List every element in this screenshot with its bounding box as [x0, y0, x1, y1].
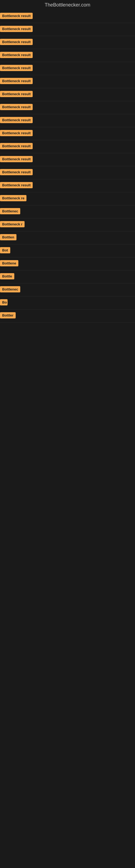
- result-row: Bottleneck result: [0, 75, 135, 88]
- result-row: Bottleneck result: [0, 140, 135, 153]
- bottleneck-badge[interactable]: Bottleneck result: [0, 91, 33, 97]
- result-row: Bottleneck result: [0, 36, 135, 49]
- result-row: Bottleneck result: [0, 10, 135, 23]
- result-row: Bottler: [0, 310, 135, 322]
- result-row: Bottleneck result: [0, 49, 135, 62]
- bottleneck-badge[interactable]: Bottleneck result: [0, 182, 33, 188]
- bottleneck-badge[interactable]: Bottleneck result: [0, 26, 33, 32]
- bottleneck-badge[interactable]: Bottleneck result: [0, 117, 33, 123]
- result-row: Bottleneck result: [0, 101, 135, 114]
- result-row: Bottleneck re: [0, 192, 135, 205]
- site-title: TheBottlenecker.com: [0, 0, 135, 10]
- bottleneck-badge[interactable]: Bottleneck result: [0, 143, 33, 149]
- bottleneck-badge[interactable]: Bottleneck result: [0, 104, 33, 110]
- bottleneck-badge[interactable]: Bottleneck result: [0, 130, 33, 136]
- bottleneck-badge[interactable]: Bot: [0, 247, 10, 253]
- result-row: Bottle: [0, 271, 135, 283]
- result-row: Bottlenec: [0, 205, 135, 218]
- bottleneck-badge[interactable]: Bottleneck result: [0, 39, 33, 45]
- bottleneck-badge[interactable]: Bottleneck result: [0, 169, 33, 175]
- bottleneck-badge[interactable]: Bottler: [0, 312, 16, 318]
- bottleneck-badge[interactable]: Bottleneck result: [0, 52, 33, 58]
- result-row: Bottleneck result: [0, 62, 135, 75]
- result-row: Bot: [0, 244, 135, 257]
- bottleneck-badge[interactable]: Bottleneck result: [0, 78, 33, 84]
- result-row: Bottleneck r: [0, 218, 135, 231]
- result-row: Bottleneck result: [0, 23, 135, 36]
- bottleneck-badge[interactable]: Bottlenec: [0, 286, 20, 292]
- bottleneck-badge[interactable]: Bottleneck re: [0, 195, 27, 201]
- bottleneck-badge[interactable]: Bottlenec: [0, 208, 20, 214]
- bottleneck-badge[interactable]: Bo: [0, 299, 8, 305]
- result-row: Bottleneck result: [0, 88, 135, 101]
- bottleneck-badge[interactable]: Bottleneck result: [0, 65, 33, 71]
- result-row: Bottleneck result: [0, 179, 135, 192]
- result-row: Bottleneck result: [0, 153, 135, 166]
- result-row: Bottleneck result: [0, 166, 135, 179]
- bottleneck-badge[interactable]: Bottle: [0, 273, 14, 279]
- result-row: Bottlen: [0, 231, 135, 244]
- result-row: Bo: [0, 297, 135, 310]
- result-row: Bottleneck result: [0, 127, 135, 140]
- bottleneck-badge[interactable]: Bottleneck result: [0, 13, 33, 19]
- bottleneck-badge[interactable]: Bottlen: [0, 234, 16, 240]
- result-row: Bottlene: [0, 257, 135, 271]
- result-row: Bottleneck result: [0, 114, 135, 127]
- bottleneck-badge[interactable]: Bottlene: [0, 260, 18, 267]
- bottleneck-badge[interactable]: Bottleneck r: [0, 221, 25, 227]
- result-row: Bottlenec: [0, 283, 135, 297]
- bottleneck-badge[interactable]: Bottleneck result: [0, 156, 33, 162]
